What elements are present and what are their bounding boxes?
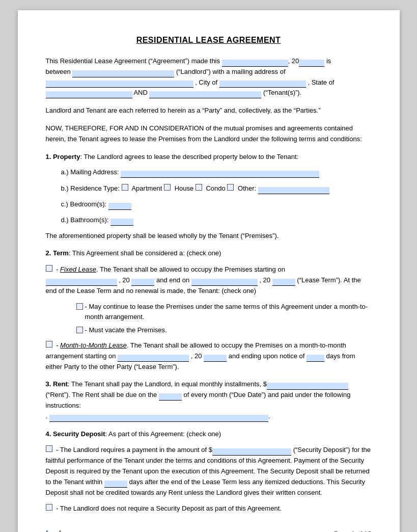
landlord-name-blank[interactable]: [72, 70, 174, 77]
section4: 4. Security Deposit: As part of this Agr…: [46, 429, 372, 515]
section3: 3. Rent: The Tenant shall pay the Landlo…: [46, 379, 372, 421]
apartment-label: Apartment: [131, 184, 164, 192]
section1: 1. Property: The Landlord agrees to leas…: [46, 152, 372, 242]
section1-footer: The aforementioned property shall be lea…: [46, 231, 372, 242]
consideration-text: NOW, THEREFORE, FOR AND IN CONSIDERATION…: [46, 123, 372, 145]
house-checkbox[interactable]: [164, 184, 171, 191]
fixed-option-1: - May continue to lease the Premises und…: [76, 302, 372, 323]
fixed-option-2: - Must vacate the Premises.: [76, 325, 372, 336]
mtm-start-blank[interactable]: [118, 355, 189, 362]
section4-option2: - The Landlord does not require a Securi…: [46, 503, 372, 514]
mtm-year-blank[interactable]: [204, 355, 227, 362]
section2-heading-line: 2. Term: This Agreement shall be conside…: [46, 248, 372, 259]
fixed-start-year-blank[interactable]: [131, 279, 154, 286]
date-blank[interactable]: [222, 60, 288, 67]
year-blank[interactable]: [299, 60, 324, 67]
house-label: House: [175, 184, 196, 192]
instructions-blank[interactable]: [49, 415, 268, 422]
due-date-blank[interactable]: [159, 393, 182, 401]
city-blank[interactable]: [219, 81, 306, 88]
page-footer: freeforms Page 1 of 10: [46, 529, 372, 532]
brand-logo: freeforms: [46, 529, 79, 532]
fixed-options: - May continue to lease the Premises und…: [76, 302, 372, 336]
fixed-end-year-blank[interactable]: [272, 279, 295, 286]
mtm-checkbox[interactable]: [46, 341, 52, 348]
section2-fixed: - Fixed Lease. The Tenant shall be allow…: [46, 264, 372, 296]
other-checkbox[interactable]: [227, 184, 234, 191]
document-title: RESIDENTIAL LEASE AGREEMENT: [46, 36, 372, 45]
security-days-blank[interactable]: [104, 481, 127, 488]
fixed-lease-checkbox[interactable]: [46, 265, 52, 272]
section1-item-d: d.) Bathroom(s):: [61, 215, 372, 226]
condo-checkbox[interactable]: [196, 184, 202, 191]
brand-free: free: [46, 529, 59, 532]
party-line: Landlord and Tenant are each referred to…: [46, 105, 372, 116]
tenant-name-blank[interactable]: [149, 91, 261, 98]
bedrooms-blank[interactable]: [108, 203, 131, 210]
continue-lease-label: - May continue to lease the Premises und…: [85, 302, 372, 323]
apartment-checkbox[interactable]: [122, 184, 128, 191]
section4-option1: - The Landlord requires a payment in the…: [46, 444, 372, 498]
other-label: Other:: [238, 184, 258, 192]
other-field[interactable]: [258, 187, 329, 194]
fixed-end-blank[interactable]: [191, 279, 258, 286]
bathrooms-blank[interactable]: [110, 219, 133, 226]
section1-item-a: a.) Mailing Address:: [61, 167, 372, 178]
section1-items: a.) Mailing Address: b.) Residence Type:…: [61, 167, 372, 225]
section1-heading-line: 1. Property: The Landlord agrees to leas…: [46, 152, 372, 163]
state-blank[interactable]: [46, 91, 132, 98]
mailing-address-field[interactable]: [121, 171, 319, 178]
rent-amount-blank[interactable]: [267, 383, 348, 390]
section2-mtm: - Month-to-Month Lease. The Tenant shall…: [46, 340, 372, 372]
vacate-label: - Must vacate the Premises.: [85, 325, 167, 336]
brand-forms: forms: [59, 529, 78, 532]
security-deposit-amount-blank[interactable]: [212, 448, 291, 456]
section4-heading-line: 4. Security Deposit: As part of this Agr…: [46, 429, 372, 440]
section3-heading-line: 3. Rent: The Tenant shall pay the Landlo…: [46, 379, 372, 421]
section1-item-c: c.) Bedroom(s):: [61, 199, 372, 210]
intro-paragraph: This Residential Lease Agreement (“Agree…: [46, 56, 372, 98]
security-deposit-checkbox[interactable]: [46, 445, 52, 452]
mtm-days-blank[interactable]: [307, 355, 324, 362]
fixed-start-blank[interactable]: [46, 279, 117, 286]
section1-item-b: b.) Residence Type: Apartment House Cond…: [61, 183, 372, 194]
condo-label: Condo: [206, 184, 227, 192]
no-security-deposit-checkbox[interactable]: [46, 504, 52, 511]
document-page: RESIDENTIAL LEASE AGREEMENT This Residen…: [18, 10, 400, 532]
section2: 2. Term: This Agreement shall be conside…: [46, 248, 372, 372]
intro-line1: This Residential Lease Agreement (“Agree…: [46, 57, 220, 65]
page-number: Page 1 of 10: [334, 530, 372, 532]
continue-lease-checkbox[interactable]: [76, 303, 83, 310]
vacate-checkbox[interactable]: [76, 327, 83, 333]
mailing-address-blank[interactable]: [46, 81, 193, 88]
